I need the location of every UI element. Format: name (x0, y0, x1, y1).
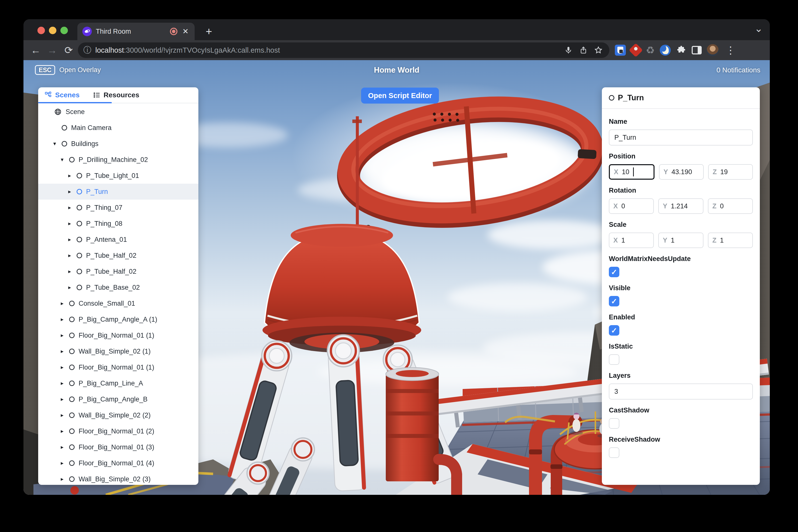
expander-right-icon[interactable]: ▸ (66, 268, 73, 275)
entity-circle-icon (69, 476, 75, 482)
tab-scenes[interactable]: Scenes (45, 87, 80, 103)
tree-item-p-thing-08[interactable]: ▸P_Thing_08 (38, 215, 198, 232)
worldmatrixneedsupdate-checkbox[interactable]: ✓ (609, 267, 619, 277)
expander-right-icon[interactable]: ▸ (59, 460, 65, 467)
tab-resources[interactable]: Resources (93, 87, 139, 103)
receiveshadow-label: ReceiveShadow (609, 436, 753, 443)
position-x-input[interactable]: X10 (609, 164, 654, 180)
tree-item-p-thing-07[interactable]: ▸P_Thing_07 (38, 200, 198, 215)
tree-item-p-big-camp-angle-b[interactable]: ▸P_Big_Camp_Angle_B (38, 391, 198, 407)
tree-item-p-antena-01[interactable]: ▸P_Antena_01 (38, 232, 198, 248)
browser-menu-icon[interactable]: ⋮ (724, 44, 738, 56)
scale-z-input[interactable]: Z1 (708, 232, 753, 248)
expander-right-icon[interactable]: ▸ (59, 380, 65, 386)
extensions-puzzle-icon[interactable] (676, 45, 687, 56)
axis-prefix: Y (664, 168, 668, 176)
expander-right-icon[interactable]: ▸ (66, 284, 73, 291)
expander-right-icon[interactable]: ▸ (59, 444, 65, 451)
position-y-input[interactable]: Y43.190 (659, 164, 704, 180)
world-title: Home World (23, 65, 770, 75)
axis-prefix: X (614, 168, 618, 176)
expander-right-icon[interactable]: ▸ (59, 396, 65, 402)
entity-circle-icon (62, 141, 67, 147)
worldmatrixneedsupdate-label: WorldMatrixNeedsUpdate (609, 255, 753, 263)
microphone-icon[interactable] (563, 45, 574, 56)
expander-right-icon[interactable]: ▸ (66, 220, 73, 227)
receiveshadow-checkbox[interactable] (609, 448, 619, 458)
tree-item-p-big-camp-angle-a-1[interactable]: ▸P_Big_Camp_Angle_A (1) (38, 311, 198, 327)
entity-circle-icon (69, 332, 75, 338)
zoom-window-button[interactable] (60, 27, 68, 34)
refresh-button[interactable]: ⟳ (61, 43, 76, 57)
open-script-editor-button[interactable]: Open Script Editor (361, 88, 439, 103)
tree-item-wall-big-simple-02-3[interactable]: ▸Wall_Big_Simple_02 (3) (38, 471, 198, 485)
scale-y-input[interactable]: Y1 (658, 232, 703, 248)
tree-item-wall-big-simple-02-1[interactable]: ▸Wall_Big_Simple_02 (1) (38, 343, 198, 359)
page-info-icon[interactable]: ⓘ (83, 45, 91, 56)
expander-right-icon[interactable]: ▸ (59, 348, 65, 355)
recycle-extension-icon[interactable]: ♻ (646, 44, 655, 56)
expander-right-icon[interactable]: ▸ (59, 316, 65, 323)
axis-value: 1 (671, 236, 674, 244)
privacy-shield-extension-icon[interactable] (615, 45, 626, 56)
tree-item-main-camera[interactable]: Main Camera (38, 120, 198, 136)
tree-item-p-big-camp-line-a[interactable]: ▸P_Big_Camp_Line_A (38, 375, 198, 391)
expander-right-icon[interactable]: ▸ (59, 364, 65, 370)
enabled-checkbox[interactable]: ✓ (609, 325, 619, 336)
expander-right-icon[interactable]: ▸ (59, 428, 65, 434)
tree-item-floor-big-normal-01-1[interactable]: ▸Floor_Big_Normal_01 (1) (38, 327, 198, 343)
close-tab-icon[interactable]: ✕ (182, 27, 190, 36)
tree-item-label: Console_Small_01 (79, 300, 135, 307)
minimize-window-button[interactable] (49, 27, 56, 34)
close-window-button[interactable] (37, 27, 45, 34)
dark-reader-extension-icon[interactable] (660, 45, 671, 56)
tree-item-buildings[interactable]: ▾Buildings (38, 136, 198, 152)
rotation-y-input[interactable]: Y1.214 (658, 198, 703, 214)
expander-right-icon[interactable]: ▸ (59, 332, 65, 339)
tree-item-floor-big-normal-01-4[interactable]: ▸Floor_Big_Normal_01 (4) (38, 455, 198, 471)
expander-right-icon[interactable]: ▸ (66, 172, 73, 179)
tree-item-console-small-01[interactable]: ▸Console_Small_01 (38, 296, 198, 311)
url-bar[interactable]: ⓘ localhost:3000/world/!vjrzmTVOcyIsLgaA… (78, 42, 609, 58)
expander-down-icon[interactable]: ▾ (52, 140, 58, 147)
expander-right-icon[interactable]: ▸ (59, 300, 65, 307)
name-input[interactable]: P_Turn (609, 130, 753, 146)
tree-item-p-tube-half-02[interactable]: ▸P_Tube_Half_02 (38, 264, 198, 280)
share-icon[interactable] (578, 45, 589, 56)
profile-avatar[interactable] (707, 44, 719, 56)
isstatic-checkbox[interactable] (609, 354, 619, 365)
tree-item-floor-big-normal-01-2[interactable]: ▸Floor_Big_Normal_01 (2) (38, 423, 198, 439)
expander-right-icon[interactable]: ▸ (66, 236, 73, 243)
tree-item-scene[interactable]: Scene (38, 104, 198, 120)
tree-item-floor-big-normal-01-1[interactable]: ▸Floor_Big_Normal_01 (1) (38, 359, 198, 375)
layers-input[interactable]: 3 (609, 383, 753, 399)
tree-item-p-drilling-machine-02[interactable]: ▾P_Drilling_Machine_02 (38, 152, 198, 168)
3d-viewport[interactable]: ESC Open Overlay Home World 0 Notificati… (23, 60, 770, 495)
back-button[interactable]: ← (28, 43, 43, 57)
expander-down-icon[interactable]: ▾ (59, 156, 65, 163)
redux-devtools-extension-icon[interactable] (629, 43, 643, 57)
expander-right-icon[interactable]: ▸ (59, 412, 65, 418)
expander-right-icon[interactable]: ▸ (66, 252, 73, 259)
expander-right-icon[interactable]: ▸ (66, 204, 73, 211)
rotation-z-input[interactable]: Z0 (708, 198, 753, 214)
tree-item-p-tube-half-02[interactable]: ▸P_Tube_Half_02 (38, 248, 198, 264)
expander-right-icon[interactable]: ▸ (59, 476, 65, 482)
castshadow-checkbox[interactable] (609, 418, 619, 429)
browser-tab[interactable]: Third Room ✕ (77, 23, 195, 40)
scale-x-input[interactable]: X1 (609, 232, 654, 248)
notifications-label[interactable]: 0 Notifications (717, 66, 760, 74)
tree-item-floor-big-normal-01-3[interactable]: ▸Floor_Big_Normal_01 (3) (38, 439, 198, 455)
tree-item-p-tube-base-02[interactable]: ▸P_Tube_Base_02 (38, 280, 198, 296)
new-tab-button[interactable]: + (202, 25, 215, 38)
expander-right-icon[interactable]: ▸ (66, 188, 73, 195)
tab-search-chevron-icon[interactable]: ⌄ (754, 23, 763, 34)
position-z-input[interactable]: Z19 (708, 164, 753, 180)
tree-item-p-turn[interactable]: ▸P_Turn (38, 184, 198, 200)
visible-checkbox[interactable]: ✓ (609, 296, 619, 306)
tree-item-p-tube-light-01[interactable]: ▸P_Tube_Light_01 (38, 168, 198, 184)
rotation-x-input[interactable]: X0 (609, 198, 654, 214)
tree-item-wall-big-simple-02-2[interactable]: ▸Wall_Big_Simple_02 (2) (38, 407, 198, 423)
side-panel-icon[interactable] (692, 46, 702, 54)
bookmark-star-icon[interactable] (593, 45, 604, 56)
